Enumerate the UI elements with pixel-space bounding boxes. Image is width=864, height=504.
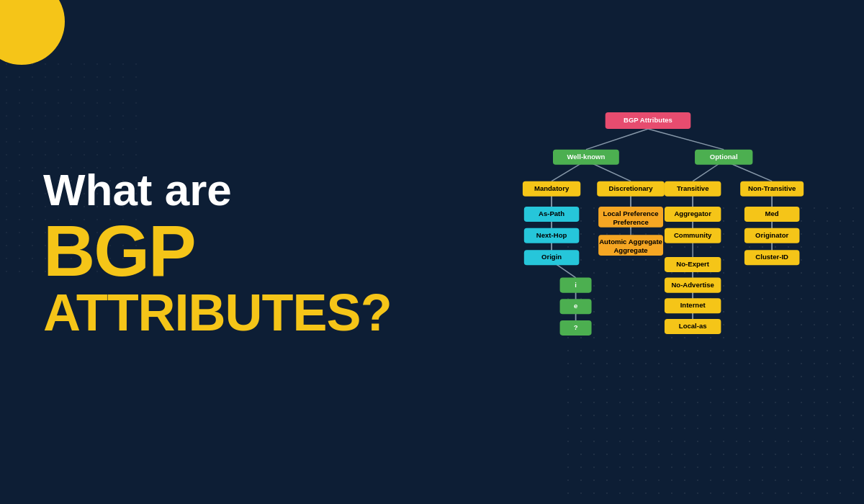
diagram-svg: BGP Attributes Well-known Optional Manda… (446, 100, 850, 417)
node-localpref-label: Local Preference (603, 210, 659, 217)
node-autoaggregate-label: Automic Aggregate (599, 238, 662, 246)
title-line2: BGP (43, 215, 392, 287)
node-transitive-label: Transitive (677, 184, 709, 192)
node-discretionary-label: Discretionary (609, 184, 654, 192)
title-line1: What are (43, 166, 392, 215)
node-aggregator-label: Aggregator (674, 210, 711, 217)
node-originator-label: Originator (755, 231, 788, 239)
background: What are BGP ATTRIBUTES? (0, 0, 864, 504)
node-localpref-label2: Preference (613, 218, 648, 226)
node-aspath-label: As-Path (539, 210, 564, 217)
svg-line-0 (586, 129, 648, 150)
node-med-label: Med (765, 210, 779, 217)
node-internet-label: Internet (680, 301, 706, 309)
node-e-label: e (574, 302, 577, 310)
title-line3: ATTRIBUTES? (43, 287, 392, 338)
node-noexpert-label: No-Expert (676, 260, 709, 268)
node-localas-label: Local-as (679, 322, 707, 330)
node-autoaggregate-label2: Aggregate (613, 246, 647, 254)
node-q-label: ? (574, 323, 578, 331)
svg-line-1 (648, 129, 724, 150)
node-nontransitive-label: Non-Transitive (748, 184, 796, 192)
bgp-diagram: BGP Attributes Well-known Optional Manda… (446, 100, 850, 417)
node-community-label: Community (674, 231, 712, 239)
node-origin-label: Origin (541, 253, 562, 261)
yellow-circle-decoration (0, 0, 65, 65)
node-bgp-label: BGP Attributes (624, 116, 672, 124)
node-mandatory-label: Mandatory (534, 184, 570, 192)
left-text-section: What are BGP ATTRIBUTES? (43, 166, 392, 338)
node-i-label: i (575, 281, 577, 289)
node-optional-label: Optional (710, 153, 738, 161)
node-nexthop-label: Next-Hop (536, 231, 567, 239)
node-clusterid-label: Cluster-ID (755, 253, 788, 261)
node-noadvertise-label: No-Advertise (671, 281, 714, 289)
node-wellknown-label: Well-known (567, 153, 605, 161)
